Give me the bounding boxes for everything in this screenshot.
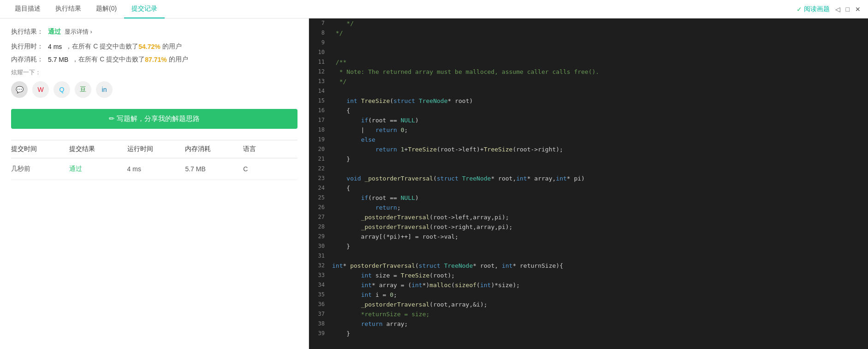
line-content: *returnSize = size; xyxy=(332,309,868,319)
memory-desc: ，在所有 C 提交中击败了 xyxy=(72,55,145,64)
memory-metric-row: 内存消耗： 5.7 MB ，在所有 C 提交中击败了 87.71% 的用户 xyxy=(11,55,297,64)
pass-badge: 通过 xyxy=(48,28,61,36)
table-row: 几秒前 通过 4 ms 5.7 MB C xyxy=(11,158,297,180)
line-number: 8 xyxy=(309,28,332,38)
review-btn[interactable]: ✓ 阅读画题 xyxy=(797,5,830,13)
write-solution-button[interactable]: ✏ 写题解，分享我的解题思路 xyxy=(11,109,297,129)
code-line: 22 xyxy=(309,164,868,174)
line-number: 12 xyxy=(309,67,332,77)
line-content: int i = 0; xyxy=(332,290,868,300)
line-content: return 1+TreeSize(root->left)+TreeSize(r… xyxy=(332,144,868,154)
share-linkedin-icon[interactable]: in xyxy=(96,81,113,98)
line-content: if(root == NULL) xyxy=(332,115,868,125)
line-number: 29 xyxy=(309,232,332,241)
code-editor[interactable]: 7 */8 */91011 /**12 * Note: The returned… xyxy=(309,18,868,349)
tab-description[interactable]: 题目描述 xyxy=(7,0,48,18)
cell-memory: 5.7 MB xyxy=(181,165,239,173)
line-content: } xyxy=(332,241,868,251)
line-number: 25 xyxy=(309,193,332,203)
code-line: 10 xyxy=(309,48,868,57)
left-panel: 执行结果： 通过 显示详情 › 执行用时： 4 ms ，在所有 C 提交中击败了… xyxy=(0,18,309,349)
code-line: 29 array[(*pi)++] = root->val; xyxy=(309,232,868,241)
memory-label: 内存消耗： xyxy=(11,55,48,64)
line-content: return array; xyxy=(332,319,868,329)
code-line: 26 return; xyxy=(309,203,868,212)
expand-icon[interactable]: □ xyxy=(846,6,850,13)
line-content: */ xyxy=(332,18,868,28)
code-line: 35 int i = 0; xyxy=(309,290,868,300)
tab-result[interactable]: 执行结果 xyxy=(48,0,89,18)
memory-suffix: 的用户 xyxy=(169,55,188,64)
check-icon: ✓ xyxy=(797,6,802,13)
line-content: */ xyxy=(332,28,868,38)
line-number: 27 xyxy=(309,212,332,222)
code-line: 17 if(root == NULL) xyxy=(309,115,868,125)
line-content: return; xyxy=(332,203,868,212)
line-number: 35 xyxy=(309,290,332,300)
line-content: _postorderTraversal(root->right,array,pi… xyxy=(332,222,868,232)
line-number: 22 xyxy=(309,164,332,174)
line-number: 39 xyxy=(309,329,332,338)
line-content: } xyxy=(332,154,868,164)
code-line: 19 else xyxy=(309,135,868,144)
code-line: 14 xyxy=(309,86,868,96)
code-line: 34 int* array = (int*)malloc(sizeof(int)… xyxy=(309,280,868,290)
cell-lang: C xyxy=(239,165,297,173)
line-content: else xyxy=(332,135,868,144)
share-weibo-icon[interactable]: W xyxy=(32,81,49,98)
line-number: 36 xyxy=(309,300,332,309)
code-line: 25 if(root == NULL) xyxy=(309,193,868,203)
detail-link[interactable]: 显示详情 › xyxy=(65,28,92,36)
line-content: int size = TreeSize(root); xyxy=(332,271,868,280)
time-value: 4 ms xyxy=(48,43,62,50)
line-number: 11 xyxy=(309,57,332,67)
main-content: 执行结果： 通过 显示详情 › 执行用时： 4 ms ，在所有 C 提交中击败了… xyxy=(0,18,868,349)
line-number: 31 xyxy=(309,251,332,261)
time-desc: ，在所有 C 提交中击败了 xyxy=(65,42,138,51)
code-line: 31 xyxy=(309,251,868,261)
share-wechat-icon[interactable]: 💬 xyxy=(11,81,28,98)
code-line: 36 _postorderTraversal(root,array,&i); xyxy=(309,300,868,309)
code-line: 39 } xyxy=(309,329,868,338)
line-number: 13 xyxy=(309,77,332,86)
execution-label: 执行结果： xyxy=(11,28,48,36)
code-line: 7 */ xyxy=(309,18,868,28)
col-memory: 内存消耗 xyxy=(181,145,239,153)
line-number: 18 xyxy=(309,125,332,135)
memory-value: 5.7 MB xyxy=(48,56,68,63)
close-icon[interactable]: ✕ xyxy=(855,6,861,13)
time-metric-row: 执行用时： 4 ms ，在所有 C 提交中击败了 54.72% 的用户 xyxy=(11,42,297,51)
tab-solutions[interactable]: 题解(0) xyxy=(89,0,124,18)
line-number: 14 xyxy=(309,86,332,96)
code-line: 23 void _postorderTraversal(struct TreeN… xyxy=(309,174,868,183)
line-content: int* postorderTraversal(struct TreeNode*… xyxy=(332,261,868,271)
code-editor-panel: 7 */8 */91011 /**12 * Note: The returned… xyxy=(309,18,868,349)
top-bar: 题目描述 执行结果 题解(0) 提交记录 ✓ 阅读画题 ◁ □ ✕ xyxy=(0,0,868,18)
line-content: _postorderTraversal(root,array,&i); xyxy=(332,300,868,309)
line-number: 32 xyxy=(309,261,332,271)
line-number: 26 xyxy=(309,203,332,212)
code-line: 37 *returnSize = size; xyxy=(309,309,868,319)
cell-result[interactable]: 通过 xyxy=(65,165,124,173)
line-number: 21 xyxy=(309,154,332,164)
code-line: 24 { xyxy=(309,183,868,193)
line-number: 15 xyxy=(309,96,332,106)
line-number: 16 xyxy=(309,106,332,115)
top-right-area: ✓ 阅读画题 ◁ □ ✕ xyxy=(797,5,861,13)
code-line: 38 return array; xyxy=(309,319,868,329)
code-line: 11 /** xyxy=(309,57,868,67)
line-content: int TreeSize(struct TreeNode* root) xyxy=(332,96,868,106)
line-number: 19 xyxy=(309,135,332,144)
cell-run-time: 4 ms xyxy=(124,165,182,173)
code-line: 16 { xyxy=(309,106,868,115)
line-number: 23 xyxy=(309,174,332,183)
share-qq-icon[interactable]: Q xyxy=(54,81,70,98)
col-submit-result: 提交结果 xyxy=(65,145,124,153)
prev-icon[interactable]: ◁ xyxy=(835,6,840,13)
tab-submissions[interactable]: 提交记录 xyxy=(124,0,165,18)
line-number: 28 xyxy=(309,222,332,232)
code-line: 20 return 1+TreeSize(root->left)+TreeSiz… xyxy=(309,144,868,154)
share-douban-icon[interactable]: 豆 xyxy=(75,81,91,98)
col-submit-time: 提交时间 xyxy=(11,145,65,153)
line-content: */ xyxy=(332,77,868,86)
